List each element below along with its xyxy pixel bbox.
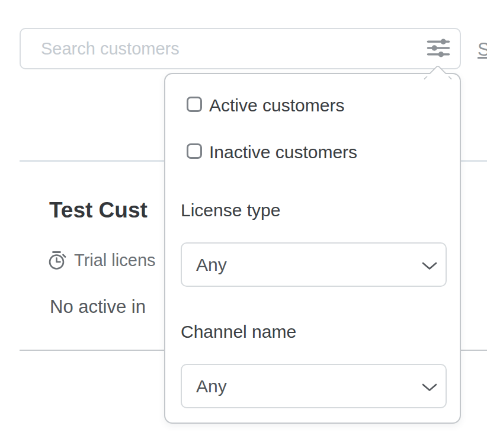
search-bar — [20, 28, 461, 69]
license-row: Trial licens — [47, 249, 156, 271]
channel-name-label: Channel name — [181, 322, 296, 342]
filter-popover: Active customers Inactive customers Lice… — [164, 73, 461, 424]
channel-name-select[interactable]: Any — [181, 364, 447, 408]
filter-button[interactable] — [423, 34, 454, 63]
license-type-label: License type — [181, 200, 280, 220]
search-input[interactable] — [20, 28, 461, 69]
select-value: Any — [196, 255, 227, 275]
active-customers-checkbox[interactable] — [187, 97, 202, 112]
customer-status-text: No active in — [50, 296, 146, 318]
active-customers-option[interactable]: Active customers — [187, 95, 344, 116]
inactive-customers-option[interactable]: Inactive customers — [187, 142, 357, 162]
select-value: Any — [196, 376, 227, 396]
checkbox-label: Active customers — [209, 95, 344, 116]
license-text: Trial licens — [74, 251, 156, 270]
inactive-customers-checkbox[interactable] — [187, 143, 202, 159]
customer-title: Test Cust — [49, 198, 148, 223]
chevron-down-icon — [422, 262, 437, 273]
checkbox-label: Inactive customers — [209, 142, 357, 162]
trial-timer-icon — [47, 249, 68, 271]
top-right-link[interactable]: S — [478, 39, 487, 60]
sliders-icon — [427, 36, 450, 62]
license-type-select[interactable]: Any — [181, 242, 447, 287]
chevron-down-icon — [422, 383, 437, 394]
